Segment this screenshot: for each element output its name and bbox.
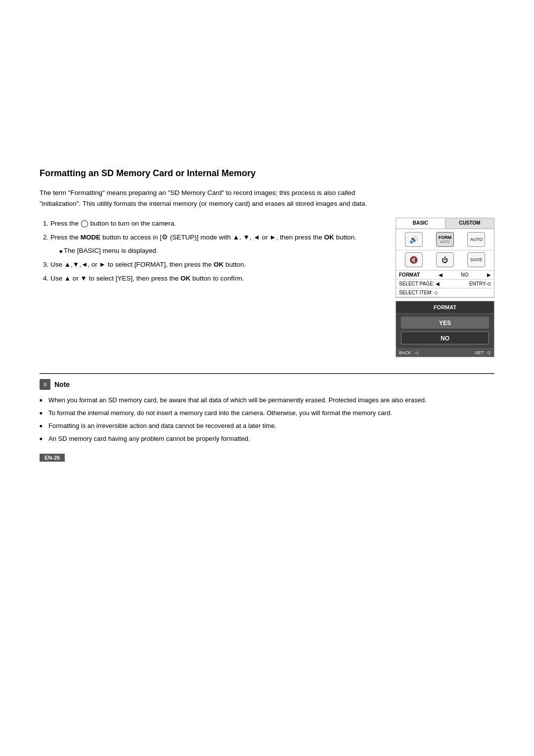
steps-list: Press the ◯ button to turn on the camera… bbox=[40, 218, 381, 286]
cam-icons-row1: 🔊 FORM AUTO AUTO bbox=[396, 229, 494, 250]
cam-icon-timer: ⏻ bbox=[436, 252, 454, 267]
cam-icon-sound: 🔊 bbox=[405, 232, 423, 247]
entry-label: ENTRY-⊙ bbox=[469, 281, 491, 286]
set-label: SET : ⊙ bbox=[475, 350, 491, 355]
steps-container: Press the ◯ button to turn on the camera… bbox=[40, 218, 494, 357]
note-title: Note bbox=[54, 380, 70, 388]
note-header: ≡ Note bbox=[40, 379, 494, 390]
timer-icon: ⏻ bbox=[442, 257, 448, 263]
note-bullets: When you format an SD memory card, be aw… bbox=[40, 395, 494, 444]
auto-label: AUTO bbox=[470, 237, 483, 242]
tab-basic: BASIC bbox=[396, 218, 445, 229]
step-2: Press the MODE button to access in [⚙ (S… bbox=[50, 232, 381, 257]
note-bullet-1: When you format an SD memory card, be aw… bbox=[40, 395, 494, 406]
format-sublabel: AUTO bbox=[440, 240, 449, 243]
cam-icon-date: DATE bbox=[467, 252, 485, 267]
format-row-label: FORMAT bbox=[399, 272, 420, 278]
cam-icon-auto: AUTO bbox=[467, 232, 485, 247]
note-bullet-4: An SD memory card having any problem can… bbox=[40, 433, 494, 444]
note-bullet-2: To format the internal memory, do not in… bbox=[40, 408, 494, 419]
page-number: EN-26 bbox=[40, 454, 65, 462]
tab-custom: CUSTOM bbox=[445, 218, 494, 229]
select-item-label: SELECT ITEM: ◇ bbox=[399, 290, 438, 295]
format-row-arrow1: ◀ bbox=[439, 272, 443, 278]
step-1: Press the ◯ button to turn on the camera… bbox=[50, 218, 381, 230]
camera-ui-illustration: BASIC CUSTOM 🔊 FORM AUTO AUTO bbox=[396, 218, 494, 357]
note-section: ≡ Note When you format an SD memory card… bbox=[40, 373, 494, 461]
cam-icon-mute: 🔇 bbox=[405, 252, 423, 267]
step-4: Use ▲ or ▼ to select [YES], then press t… bbox=[50, 273, 381, 284]
format-popup: FORMAT YES NO BACK : ◁ SET : ⊙ bbox=[396, 301, 494, 357]
format-footer: BACK : ◁ SET : ⊙ bbox=[396, 348, 494, 357]
back-label: BACK : ◁ bbox=[399, 350, 418, 355]
camera-tabs: BASIC CUSTOM bbox=[396, 218, 494, 229]
sound-icon: 🔊 bbox=[409, 236, 418, 243]
cam-select-page-row: SELECT PAGE: ◀ ENTRY-⊙ bbox=[396, 280, 494, 288]
note-icon: ≡ bbox=[40, 379, 50, 390]
format-popup-title: FORMAT bbox=[396, 301, 494, 314]
step-2-sub: The [BASIC] menu is displayed. bbox=[59, 245, 381, 257]
format-no-option: NO bbox=[401, 331, 489, 344]
page-title: Formatting an SD Memory Card or Internal… bbox=[40, 168, 494, 179]
note-bullet-3: Formatting is an irreversible action and… bbox=[40, 421, 494, 431]
cam-select-item-row: SELECT ITEM: ◇ bbox=[396, 288, 494, 297]
cam-icon-format: FORM AUTO bbox=[436, 232, 454, 247]
intro-paragraph: The term "Formatting" means preparing an… bbox=[40, 188, 376, 209]
mute-icon: 🔇 bbox=[409, 256, 418, 263]
main-content: Formatting an SD Memory Card or Internal… bbox=[40, 168, 494, 462]
camera-menu-panel: BASIC CUSTOM 🔊 FORM AUTO AUTO bbox=[396, 218, 494, 298]
cam-format-row: FORMAT ◀ NO ▶ bbox=[396, 271, 494, 280]
format-icon: FORM bbox=[439, 236, 452, 240]
select-page-label: SELECT PAGE: ◀ bbox=[399, 281, 440, 286]
format-row-arrow2: ▶ bbox=[487, 272, 491, 278]
page: Formatting an SD Memory Card or Internal… bbox=[0, 0, 534, 756]
format-yes-option: YES bbox=[401, 317, 489, 329]
step-3: Use ▲,▼,◄, or ► to select [FORMAT], then… bbox=[50, 259, 381, 271]
format-row-value: NO bbox=[461, 272, 468, 278]
date-label: DATE bbox=[470, 257, 482, 262]
cam-icons-row2: 🔇 ⏻ DATE bbox=[396, 250, 494, 271]
